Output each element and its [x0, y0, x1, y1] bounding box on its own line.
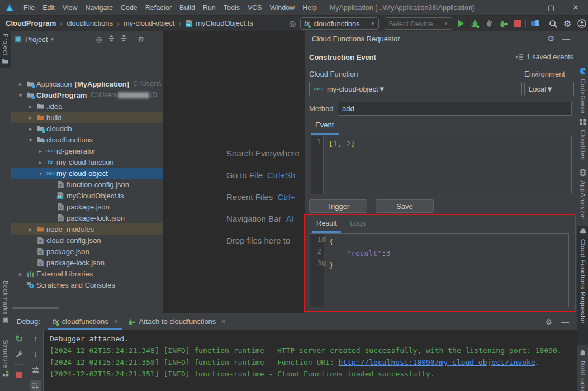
settings-gear-icon[interactable]: ⚙ [562, 18, 572, 28]
step-down-icon[interactable]: ↓ [30, 349, 41, 360]
console-link[interactable]: http://localhost:18090/my-cloud-object/i… [339, 358, 535, 366]
locate-icon[interactable]: ◎ [93, 35, 105, 44]
menu-file[interactable]: File [20, 4, 39, 12]
menu-window[interactable]: Window [266, 4, 298, 12]
device-select[interactable]: Select Device... ▼ [385, 17, 452, 30]
menu-refactor[interactable]: Refactor [141, 4, 176, 12]
tree-item-my-cloud-function[interactable]: ▸fxmy-cloud-function [11, 156, 163, 168]
menu-build[interactable]: Build [176, 4, 199, 12]
tab-event[interactable]: Event [315, 121, 334, 129]
chevron-right-icon[interactable]: ▸ [36, 148, 45, 154]
tab-result[interactable]: Result [316, 219, 337, 227]
close-tab-icon[interactable]: × [221, 317, 226, 326]
menu-navigate[interactable]: Navigate [82, 4, 117, 12]
chevron-right-icon[interactable]: ▸ [26, 226, 35, 232]
tool-button-clouddev[interactable]: CloudDev [577, 116, 588, 164]
tree-item-node-modules[interactable]: ▸node_modules [11, 223, 163, 235]
tree-item-scratches-and-consoles[interactable]: Scratches and Consoles [11, 279, 163, 290]
menu-run[interactable]: Run [199, 4, 220, 12]
environment-select[interactable]: Local ▼ [524, 82, 574, 96]
settings-gear-icon[interactable]: ⚙ [545, 317, 552, 326]
method-input[interactable]: add [338, 102, 572, 116]
horizontal-scrollbar[interactable] [12, 307, 59, 309]
menu-code[interactable]: Code [117, 4, 141, 12]
tree-item-application[interactable]: ▸Application[MyApplication]C:\Users\ [11, 78, 163, 89]
tool-button-codegenie[interactable]: CodeGenie [577, 65, 588, 114]
hide-panel-icon[interactable]: — [562, 34, 570, 43]
tree-item-package-json[interactable]: package.json [11, 201, 163, 212]
close-button[interactable]: ✕ [563, 0, 588, 16]
chevron-right-icon[interactable]: ▸ [16, 271, 25, 277]
run-configuration-select[interactable]: fx cloudfunctions ▼ [300, 17, 379, 30]
close-tab-icon[interactable]: × [114, 317, 118, 326]
tool-button-project[interactable]: Project [0, 31, 11, 68]
stop-button[interactable] [513, 18, 523, 28]
settings-gear-icon[interactable]: ⚙ [547, 34, 554, 43]
tree-item--idea[interactable]: ▸.idea [11, 101, 163, 112]
fold-marker[interactable] [322, 237, 326, 242]
attach-debugger-button[interactable] [498, 18, 508, 28]
chevron-down-icon[interactable]: ▼ [50, 37, 54, 42]
debug-tab-cloudfunctions[interactable]: fxcloudfunctions× [48, 313, 122, 330]
tree-item-cloud-config-json[interactable]: cloud-config.json [11, 235, 163, 246]
chevron-right-icon[interactable]: ▸ [36, 159, 45, 165]
save-button[interactable]: Save [376, 199, 434, 213]
result-code-editor[interactable]: 123{ "result":3} [310, 233, 569, 307]
breadcrumb-item[interactable]: my-cloud-object [124, 19, 175, 27]
tree-item-build[interactable]: ▸build [11, 112, 163, 123]
fold-marker[interactable] [322, 261, 326, 266]
chevron-down-icon[interactable]: ▾ [16, 92, 25, 98]
tool-button-structure[interactable]: Structure [0, 337, 11, 391]
stop-icon[interactable] [13, 369, 25, 380]
chevron-down-icon[interactable]: ▾ [26, 137, 35, 143]
menu-help[interactable]: Help [298, 4, 321, 12]
trigger-button[interactable]: Trigger [309, 199, 367, 213]
breadcrumb-item[interactable]: cloudfunctions [67, 19, 113, 27]
expand-all-icon[interactable] [105, 35, 117, 44]
saved-events[interactable]: 1 saved events [516, 53, 573, 61]
minimize-button[interactable]: — [514, 0, 539, 16]
hide-panel-icon[interactable]: — [147, 35, 159, 44]
tree-item-function-config-json[interactable]: function-config.json [11, 179, 163, 190]
wrench-icon[interactable] [13, 349, 25, 360]
menu-edit[interactable]: Edit [39, 4, 59, 12]
account-icon[interactable] [577, 18, 587, 28]
tree-item-my-cloud-object[interactable]: ▾OBJmy-cloud-object [11, 168, 163, 179]
debug-tab-attach-to-cloudfunctions[interactable]: Attach to cloudfunctions× [122, 313, 230, 330]
tree-item-cloudprogram[interactable]: ▾CloudProgramC:\Users\D [11, 89, 163, 101]
breadcrumb-item[interactable]: myCloudObject.ts [196, 19, 253, 27]
maximize-button[interactable]: ▢ [539, 0, 563, 16]
scroll-to-end-icon[interactable] [30, 380, 41, 391]
search-icon[interactable] [548, 18, 558, 28]
tree-item-external-libraries[interactable]: ▸External Libraries [11, 268, 163, 279]
tree-item-id-generator[interactable]: ▸OBJid-generator [11, 145, 163, 156]
profiler-button[interactable] [484, 18, 494, 28]
chevron-right-icon[interactable]: ▸ [16, 81, 25, 87]
device-manager-icon[interactable] [530, 18, 540, 28]
tool-button-cloud-functions-requestor[interactable]: Cloud Functions Requestor [577, 226, 588, 345]
force-step-icon[interactable] [30, 364, 41, 375]
chevron-right-icon[interactable]: ▸ [26, 115, 35, 121]
collapse-all-icon[interactable] [117, 35, 130, 44]
tree-item-package-json[interactable]: package.json [11, 246, 163, 257]
tab-logs[interactable]: Logs [350, 219, 366, 227]
tree-item-clouddb[interactable]: ▸clouddb [11, 123, 163, 134]
breadcrumb-item[interactable]: CloudProgram [6, 19, 56, 27]
menu-vcs[interactable]: VCS [244, 4, 266, 12]
rerun-icon[interactable]: ↻ [13, 333, 25, 344]
tool-button-bookmarks[interactable]: Bookmarks [0, 278, 11, 334]
debug-button[interactable] [470, 18, 480, 28]
chevron-right-icon[interactable]: ▸ [26, 126, 35, 132]
cloud-function-select[interactable]: OBJ my-cloud-object ▼ [309, 82, 522, 96]
tool-button-notifications[interactable]: Notifications [577, 347, 588, 391]
menu-tools[interactable]: Tools [220, 4, 244, 12]
hide-panel-icon[interactable]: — [561, 317, 569, 326]
locate-icon[interactable]: ◎ [287, 18, 297, 28]
menu-view[interactable]: View [59, 4, 82, 12]
tree-item-package-lock-json[interactable]: package-lock.json [11, 257, 163, 268]
step-up-icon[interactable]: ↑ [30, 333, 41, 344]
run-button[interactable] [456, 18, 466, 28]
tree-item-cloudfunctions[interactable]: ▾fcloudfunctions [11, 134, 163, 145]
tool-button-appanalyzer[interactable]: AppAnalyzer [577, 166, 588, 222]
tree-item-mycloudobject-ts[interactable]: TSmyCloudObject.ts [11, 190, 163, 201]
